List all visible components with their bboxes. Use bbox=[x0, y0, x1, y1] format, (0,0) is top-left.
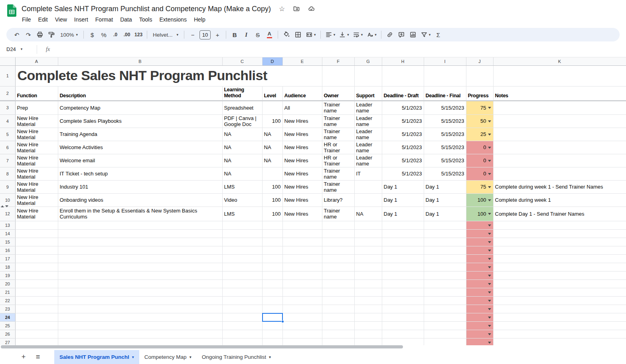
row-header-22[interactable]: 22 bbox=[0, 296, 15, 305]
cell-G22[interactable] bbox=[354, 296, 382, 305]
cell-D6[interactable]: NA bbox=[262, 141, 282, 154]
cell-K23[interactable] bbox=[493, 305, 626, 313]
cell-G8[interactable]: IT bbox=[354, 167, 382, 180]
cell-K1[interactable] bbox=[493, 65, 626, 86]
cell-D18[interactable] bbox=[262, 263, 282, 271]
cell-A26[interactable] bbox=[15, 330, 58, 338]
print-button[interactable] bbox=[34, 29, 45, 40]
row-header-8[interactable]: 8 bbox=[0, 167, 15, 180]
cell-C27[interactable] bbox=[222, 338, 262, 345]
row-header-1[interactable]: 1 bbox=[0, 65, 15, 86]
cell-G4[interactable]: Leader name bbox=[354, 114, 382, 128]
cell-E24[interactable] bbox=[282, 313, 322, 321]
cell-G23[interactable] bbox=[354, 305, 382, 313]
cell-J22[interactable] bbox=[466, 296, 493, 305]
menu-item-tools[interactable]: Tools bbox=[136, 16, 156, 24]
cell-E21[interactable] bbox=[282, 288, 322, 296]
cell-J19[interactable] bbox=[466, 271, 493, 279]
cell-H12[interactable]: Day 1 bbox=[382, 207, 424, 221]
cell-G10[interactable] bbox=[354, 193, 382, 207]
progress-dropdown-icon[interactable] bbox=[488, 186, 491, 188]
cell-D26[interactable] bbox=[262, 330, 282, 338]
cell-E26[interactable] bbox=[282, 330, 322, 338]
cell-B15[interactable] bbox=[58, 238, 222, 246]
cell-K21[interactable] bbox=[493, 288, 626, 296]
move-to-folder-icon[interactable] bbox=[293, 5, 300, 12]
row-header-23[interactable]: 23 bbox=[0, 305, 15, 313]
cell-E23[interactable] bbox=[282, 305, 322, 313]
row-header-26[interactable]: 26 bbox=[0, 330, 15, 338]
cell-B6[interactable]: Welcome Activities bbox=[58, 141, 222, 154]
cell-I13[interactable] bbox=[424, 221, 466, 229]
cell-K25[interactable] bbox=[493, 321, 626, 330]
cell-I17[interactable] bbox=[424, 254, 466, 263]
cell-B18[interactable] bbox=[58, 263, 222, 271]
cell-A25[interactable] bbox=[15, 321, 58, 330]
cell-K20[interactable] bbox=[493, 279, 626, 288]
cell-C25[interactable] bbox=[222, 321, 262, 330]
cell-H7[interactable]: 5/1/2023 bbox=[382, 154, 424, 167]
font-size-input[interactable]: 10 bbox=[199, 30, 211, 39]
cell-G7[interactable]: Leader name bbox=[354, 154, 382, 167]
cell-F8[interactable]: Trainer name bbox=[322, 167, 354, 180]
cell-J15[interactable] bbox=[466, 238, 493, 246]
cell-D19[interactable] bbox=[262, 271, 282, 279]
cell-D17[interactable] bbox=[262, 254, 282, 263]
progress-dropdown-icon[interactable] bbox=[488, 107, 491, 109]
cell-I27[interactable] bbox=[424, 338, 466, 345]
cell-A15[interactable] bbox=[15, 238, 58, 246]
cell-C5[interactable]: NA bbox=[222, 128, 262, 141]
decrease-font-size-button[interactable]: − bbox=[187, 29, 198, 40]
menu-item-edit[interactable]: Edit bbox=[35, 16, 51, 24]
row-header-19[interactable]: 19 bbox=[0, 271, 15, 279]
cell-J4[interactable]: 50 bbox=[466, 114, 493, 128]
cell-H25[interactable] bbox=[382, 321, 424, 330]
header-cell-E2[interactable]: Audience bbox=[282, 86, 322, 100]
cell-F13[interactable] bbox=[322, 221, 354, 229]
cell-J10[interactable]: 100 bbox=[466, 193, 493, 207]
cell-C9[interactable]: LMS bbox=[222, 180, 262, 193]
cell-H6[interactable]: 5/1/2023 bbox=[382, 141, 424, 154]
cell-A24[interactable] bbox=[15, 313, 58, 321]
borders-button[interactable] bbox=[292, 29, 304, 40]
cell-J7[interactable]: 0 bbox=[466, 154, 493, 167]
cell-C17[interactable] bbox=[222, 254, 262, 263]
cell-H5[interactable]: 5/1/2023 bbox=[382, 128, 424, 141]
column-header-E[interactable]: E bbox=[282, 57, 322, 65]
row-header-7[interactable]: 7 bbox=[0, 154, 15, 167]
header-cell-F2[interactable]: Owner bbox=[322, 86, 354, 100]
cell-C19[interactable] bbox=[222, 271, 262, 279]
column-header-C[interactable]: C bbox=[222, 57, 262, 65]
row-header-3[interactable]: 3 bbox=[0, 101, 15, 114]
cell-F15[interactable] bbox=[322, 238, 354, 246]
cell-H4[interactable]: 5/1/2023 bbox=[382, 114, 424, 128]
cell-H24[interactable] bbox=[382, 313, 424, 321]
progress-dropdown-icon[interactable] bbox=[488, 241, 491, 243]
row-header-13[interactable]: 13 bbox=[0, 221, 15, 229]
row-header-20[interactable]: 20 bbox=[0, 279, 15, 288]
cell-G14[interactable] bbox=[354, 229, 382, 238]
cell-C7[interactable]: NA bbox=[222, 154, 262, 167]
cell-A12[interactable]: New Hire Material bbox=[15, 207, 58, 221]
cell-A20[interactable] bbox=[15, 279, 58, 288]
cell-G12[interactable]: NA bbox=[354, 207, 382, 221]
header-cell-C2[interactable]: Learning Method bbox=[222, 86, 262, 100]
cell-A22[interactable] bbox=[15, 296, 58, 305]
cell-D20[interactable] bbox=[262, 279, 282, 288]
cell-I7[interactable]: 5/15/2023 bbox=[424, 154, 466, 167]
cell-J25[interactable] bbox=[466, 321, 493, 330]
cell-A1[interactable]: Complete Sales NHT Program Punchlist bbox=[15, 65, 58, 86]
cell-H10[interactable]: Day 1 bbox=[382, 193, 424, 207]
cell-B23[interactable] bbox=[58, 305, 222, 313]
row-header-2[interactable]: 2 bbox=[0, 86, 15, 100]
fill-color-button[interactable] bbox=[281, 29, 292, 40]
cell-D21[interactable] bbox=[262, 288, 282, 296]
cell-G21[interactable] bbox=[354, 288, 382, 296]
progress-dropdown-icon[interactable] bbox=[488, 283, 491, 285]
cell-J27[interactable] bbox=[466, 338, 493, 345]
progress-dropdown-icon[interactable] bbox=[488, 134, 491, 136]
cell-F27[interactable] bbox=[322, 338, 354, 345]
cell-J24[interactable] bbox=[466, 313, 493, 321]
unhide-down-icon[interactable] bbox=[5, 205, 8, 207]
column-header-D[interactable]: D bbox=[262, 57, 282, 65]
